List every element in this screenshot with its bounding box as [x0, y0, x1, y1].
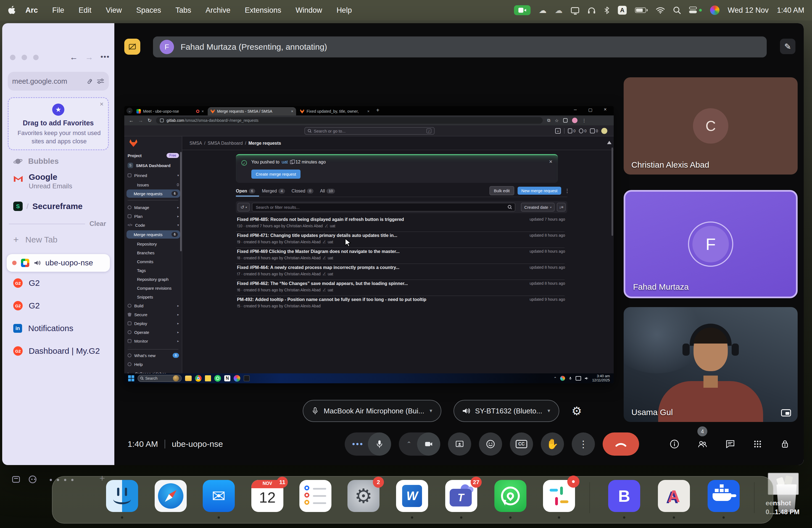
activities-grid-icon[interactable] [752, 439, 763, 449]
meeting-details-icon[interactable] [669, 439, 680, 450]
gitlab-nav-build[interactable]: Build▸ [128, 302, 179, 309]
browser-back-icon[interactable]: ← [129, 118, 134, 123]
sticky-notes-icon[interactable] [205, 375, 211, 381]
dock-bolt-app[interactable]: B [608, 480, 640, 512]
gitlab-nav-deploy[interactable]: Deploy▸ [128, 320, 179, 327]
notion-icon[interactable]: N [224, 375, 230, 381]
traffic-light-zoom[interactable] [33, 55, 39, 60]
copy-icon[interactable] [290, 160, 293, 164]
close-tab-icon[interactable]: × [367, 109, 369, 114]
taskbar-time[interactable]: 3:40 am [592, 374, 610, 378]
microphone-select[interactable]: MacBook Air Microphone (Bui... ▼ [303, 400, 441, 422]
active-tab-meet[interactable]: ube-uopo-nse [6, 254, 110, 272]
cloud-icon[interactable]: ☁ [539, 6, 547, 15]
pip-icon[interactable] [781, 409, 791, 416]
dock-slack[interactable] [543, 480, 575, 512]
space-dot-1[interactable] [50, 479, 52, 481]
window-close-icon[interactable]: × [604, 107, 607, 113]
forward-button[interactable]: → [85, 53, 93, 62]
gitlab-nav-merge-requests[interactable]: Merge requests6 [127, 230, 180, 239]
menu-help[interactable]: Help [336, 6, 352, 15]
site-info-icon[interactable] [160, 118, 164, 122]
apple-logo-icon[interactable] [8, 6, 15, 15]
tab-merged[interactable]: Merged4 [262, 189, 285, 194]
gitlab-nav-operate[interactable]: Operate▸ [128, 328, 179, 336]
annotation-button[interactable] [124, 39, 140, 55]
extensions-icon[interactable] [563, 118, 568, 122]
create-new-icon[interactable]: + [555, 128, 561, 134]
mic-toggle-button[interactable] [368, 432, 391, 456]
tray-mic-icon[interactable] [568, 376, 572, 381]
window-maximize-icon[interactable]: ▢ [588, 107, 592, 113]
filter-input[interactable]: Search or filter results... [252, 203, 516, 211]
reactions-button[interactable] [479, 432, 502, 456]
sidebar-item-notifications[interactable]: in Notifications [13, 324, 73, 333]
gitlab-nav-issues[interactable]: Issues0 [128, 181, 179, 188]
annotate-pen-button[interactable]: ✎ [780, 39, 795, 54]
menu-arc[interactable]: Arc [25, 6, 38, 15]
gitlab-nav-pinned[interactable]: Pinned▾ [128, 172, 179, 179]
input-source-icon[interactable]: A [618, 6, 627, 15]
menu-window[interactable]: Window [295, 6, 322, 15]
sort-dropdown[interactable]: Created date▾ [521, 203, 555, 211]
gitlab-search-bar[interactable]: Search or go to... / [304, 127, 435, 135]
gitlab-nav-secure[interactable]: Secure▸ [128, 311, 179, 318]
bookmark-star-icon[interactable]: ☆ [555, 118, 559, 123]
copy-link-icon[interactable] [86, 78, 93, 85]
bluetooth-icon[interactable] [604, 6, 610, 14]
options-kebab-icon[interactable]: ⋮ [565, 188, 569, 194]
mr-row-title[interactable]: Fixed #PM-462: The “No Changes” save mod… [237, 281, 408, 286]
gitlab-nav-code[interactable]: </>Code▾ [128, 221, 179, 229]
dock-safari[interactable] [155, 480, 187, 512]
gitlab-nav-plan[interactable]: Plan▸ [128, 212, 179, 220]
tab-closed[interactable]: Closed0 [292, 189, 314, 194]
gitlab-nav-repository[interactable]: Repository [128, 240, 179, 247]
issues-counter[interactable]: 0 [568, 128, 576, 133]
sidebar-item-g2-1[interactable]: G2 G2 [13, 278, 40, 288]
menu-file[interactable]: File [52, 6, 64, 15]
control-center-icon[interactable] [689, 6, 702, 14]
dock-teams[interactable]: T 27 [445, 480, 477, 512]
create-merge-request-button[interactable]: Create merge request [251, 170, 301, 179]
window-minimize-icon[interactable]: – [574, 107, 577, 113]
battery-icon[interactable] [635, 8, 648, 13]
participant-tile-christian[interactable]: C Christian Alexis Abad [624, 77, 798, 175]
chrome-taskbar-icon[interactable] [195, 375, 202, 382]
sidebar-item-g2-2[interactable]: G2 G2 [13, 301, 40, 310]
dock-whatsapp[interactable] [494, 480, 526, 512]
mr-row-title[interactable]: Fixed #PM-471: Changing title updates pr… [237, 233, 397, 238]
todos-counter[interactable]: 0 [590, 128, 598, 133]
gitlab-nav-snippets[interactable]: Snippets [128, 293, 179, 300]
dock-settings[interactable]: ⚙ 2 [347, 480, 379, 512]
dock-word[interactable]: W [396, 480, 428, 512]
new-tab-icon[interactable]: + [376, 107, 379, 114]
chat-panel-icon[interactable] [725, 439, 736, 450]
gitlab-help[interactable]: Help [128, 361, 179, 368]
gitlab-user-avatar[interactable] [601, 128, 607, 134]
close-icon[interactable]: × [100, 100, 104, 108]
sidebar-item-google[interactable]: Google Unread Emails [13, 172, 107, 190]
tray-color-icon[interactable] [560, 376, 565, 381]
traffic-light-minimize[interactable] [21, 55, 27, 60]
merge-requests-counter[interactable]: 0 [579, 128, 586, 133]
dock-arc[interactable]: A [658, 480, 690, 512]
sidebar-item-dashboard[interactable]: G2 Dashboard | My.G2 [13, 346, 100, 356]
menu-bar-clock[interactable]: 1:40 AM [777, 6, 804, 15]
headphones-icon[interactable] [588, 6, 596, 14]
gitlab-nav-tags[interactable]: Tags [128, 267, 179, 274]
tray-volume-icon[interactable] [584, 376, 589, 381]
browser-forward-icon[interactable]: → [138, 118, 143, 123]
more-options-button[interactable]: ⋮ [572, 432, 595, 456]
gitlab-nav-branches[interactable]: Branches [128, 249, 179, 256]
search-icon[interactable] [508, 205, 512, 209]
file-explorer-icon[interactable] [185, 376, 192, 381]
gitlab-nav-manage[interactable]: Manage▸ [128, 204, 179, 211]
gitlab-project-item[interactable]: SSMSA Dashboard [128, 162, 179, 169]
scroll-top-arrow-icon[interactable] [607, 141, 611, 144]
tray-display-icon[interactable] [576, 376, 581, 381]
back-button[interactable]: ← [70, 53, 78, 62]
alert-close-icon[interactable]: × [549, 159, 552, 165]
tab-all[interactable]: All10 [320, 189, 335, 194]
mr-row-title[interactable]: Fixed #PM-485: Records not being display… [237, 217, 404, 222]
close-tab-icon[interactable]: × [291, 109, 293, 114]
